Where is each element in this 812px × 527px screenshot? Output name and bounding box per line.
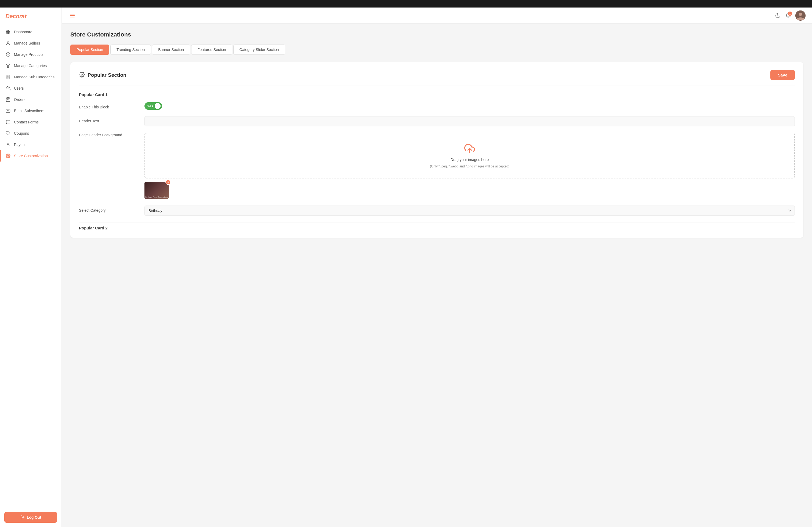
notifications-button[interactable]: 1	[785, 13, 791, 18]
sidebar-label-contact-forms: Contact Forms	[14, 120, 39, 124]
upload-drag-text: Drag your images here	[451, 157, 489, 162]
app-logo: Decorat	[0, 7, 61, 24]
header-text-control	[144, 116, 795, 126]
sidebar-item-contact-forms[interactable]: Contact Forms	[0, 117, 61, 128]
hamburger-button[interactable]	[68, 12, 76, 19]
page-header-background-label: Page Header Background	[79, 133, 138, 137]
shopping-bag-icon	[5, 97, 11, 102]
gear-settings-icon	[79, 72, 85, 79]
section-title: Popular Section	[88, 72, 127, 78]
main-area: 1 Store Customizations Popular Section T…	[62, 7, 812, 527]
sidebar-item-dashboard[interactable]: Dashboard	[0, 26, 61, 37]
moon-icon	[775, 13, 781, 18]
page-header-background-control: Drag your images here (Only *.jpeg, *.we…	[144, 133, 795, 199]
svg-point-7	[7, 86, 8, 88]
card-header-row: Popular Section Save	[79, 70, 795, 80]
header-text-label: Header Text	[79, 116, 138, 123]
sidebar-label-users: Users	[14, 86, 24, 90]
tag-icon	[5, 131, 11, 136]
main-content: Store Customizations Popular Section Tre…	[62, 24, 812, 527]
hamburger-icon	[69, 13, 75, 18]
tab-category-slider-section[interactable]: Category Slider Section	[233, 45, 285, 55]
layers-icon	[5, 63, 11, 69]
sidebar-item-manage-sellers[interactable]: Manage Sellers	[0, 37, 61, 49]
app-wrapper: Decorat Dashboard Manage Sellers	[0, 7, 812, 527]
notification-count: 1	[788, 12, 792, 16]
sidebar-item-store-customization[interactable]: Store Customization	[0, 150, 61, 162]
toggle-yes-label: Yes	[147, 104, 153, 108]
select-category-row: Select Category Birthday Anniversary Wed…	[79, 206, 795, 216]
sidebar-label-manage-sub-categories: Manage Sub Categories	[14, 75, 55, 79]
dollar-icon	[5, 142, 11, 147]
tab-trending-section[interactable]: Trending Section	[110, 45, 151, 55]
sidebar-item-email-subscribers[interactable]: Email Subscribers	[0, 105, 61, 117]
top-bar	[0, 0, 812, 7]
mail-icon	[5, 108, 11, 114]
header-text-input[interactable]	[144, 116, 795, 126]
sidebar-label-email-subscribers: Email Subscribers	[14, 109, 44, 113]
svg-rect-0	[6, 30, 8, 31]
logout-icon	[20, 515, 25, 520]
save-button[interactable]: Save	[770, 70, 795, 80]
svg-rect-2	[6, 32, 8, 34]
popular-card-2-label: Popular Card 2	[79, 222, 795, 230]
header-divider	[79, 86, 795, 86]
tab-featured-section[interactable]: Featured Section	[191, 45, 232, 55]
sidebar-label-manage-categories: Manage Categories	[14, 64, 47, 68]
dark-mode-button[interactable]	[775, 13, 781, 18]
sidebar-item-users[interactable]: Users	[0, 82, 61, 94]
svg-point-11	[8, 155, 9, 157]
image-preview-wrap: Birthday Party Decorations ×	[144, 182, 795, 199]
tab-banner-section[interactable]: Banner Section	[152, 45, 190, 55]
grid-icon	[5, 29, 11, 35]
settings-icon	[5, 153, 11, 159]
tabs-container: Popular Section Trending Section Banner …	[70, 45, 803, 55]
enable-block-label: Enable This Block	[79, 102, 138, 109]
svg-point-17	[81, 74, 83, 75]
users-icon	[5, 86, 11, 91]
popular-section-card: Popular Section Save Popular Card 1 Enab…	[70, 62, 803, 238]
app-header: 1	[62, 7, 812, 24]
remove-image-button[interactable]: ×	[165, 180, 171, 185]
svg-point-4	[7, 42, 9, 43]
sidebar-label-orders: Orders	[14, 97, 26, 102]
uploaded-image-thumbnail: Birthday Party Decorations	[144, 182, 169, 199]
sidebar-label-manage-sellers: Manage Sellers	[14, 41, 40, 45]
section-title-row: Popular Section	[79, 72, 127, 79]
sidebar-item-manage-sub-categories[interactable]: Manage Sub Categories	[0, 71, 61, 82]
message-square-icon	[5, 119, 11, 125]
logout-label: Log Out	[27, 515, 41, 520]
sidebar-label-coupons: Coupons	[14, 131, 29, 136]
header-left	[68, 12, 76, 19]
enable-block-control: Yes	[144, 102, 795, 110]
sidebar-label-manage-products: Manage Products	[14, 52, 44, 57]
header-text-row: Header Text	[79, 116, 795, 126]
sidebar-item-orders[interactable]: Orders	[0, 94, 61, 105]
logout-button[interactable]: Log Out	[4, 512, 57, 523]
sidebar-item-manage-categories[interactable]: Manage Categories	[0, 60, 61, 71]
sidebar-item-manage-products[interactable]: Manage Products	[0, 49, 61, 60]
enable-block-toggle[interactable]: Yes	[144, 102, 162, 110]
image-preview-item: Birthday Party Decorations ×	[144, 182, 169, 199]
sidebar-item-coupons[interactable]: Coupons	[0, 128, 61, 139]
avatar[interactable]	[795, 11, 806, 21]
tab-popular-section[interactable]: Popular Section	[70, 45, 109, 55]
page-title: Store Customizations	[70, 31, 803, 38]
sidebar-footer: Log Out	[0, 508, 61, 527]
layers-sub-icon	[5, 74, 11, 80]
sidebar: Decorat Dashboard Manage Sellers	[0, 7, 62, 527]
upload-hint-text: (Only *.jpeg, *.webp and *.png images wi…	[430, 165, 509, 168]
svg-rect-3	[9, 32, 10, 34]
sidebar-item-payout[interactable]: Payout	[0, 139, 61, 150]
select-category-dropdown[interactable]: Birthday Anniversary Wedding Party Gradu…	[144, 206, 795, 216]
upload-dropzone[interactable]: Drag your images here (Only *.jpeg, *.we…	[144, 133, 795, 178]
page-header-background-row: Page Header Background Drag your images …	[79, 133, 795, 199]
svg-rect-1	[9, 30, 10, 31]
image-caption: Birthday Party Decorations	[145, 196, 168, 198]
toggle-thumb	[155, 103, 161, 109]
sidebar-label-dashboard: Dashboard	[14, 30, 32, 34]
avatar-image	[795, 11, 806, 21]
sidebar-label-store-customization: Store Customization	[14, 154, 48, 158]
box-icon	[5, 52, 11, 57]
svg-point-16	[799, 13, 802, 16]
